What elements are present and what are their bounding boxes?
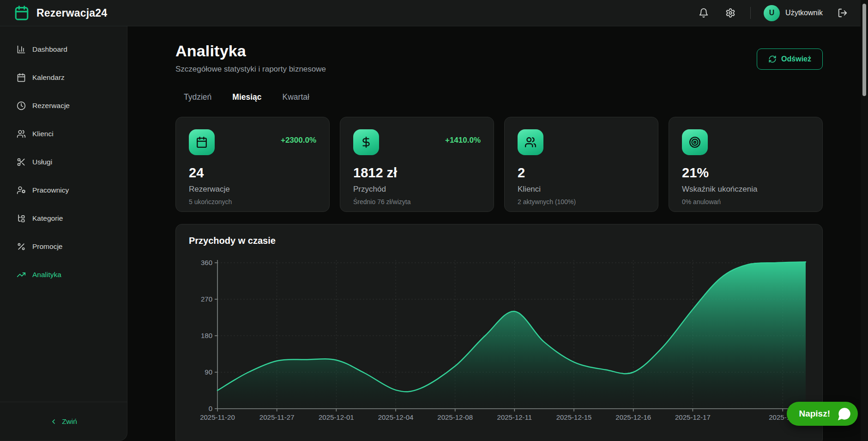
- folder-tree-icon: [17, 214, 26, 223]
- svg-text:2025-11-20: 2025-11-20: [200, 413, 235, 421]
- stat-label: Rezerwacje: [189, 185, 316, 194]
- sidebar-item-label: Pracownicy: [32, 186, 69, 194]
- stat-card-wskaznik: 21% Wskaźnik ukończenia 0% anulowań: [669, 117, 823, 212]
- sidebar-footer: Zwiń: [0, 402, 127, 441]
- gear-icon: [725, 8, 735, 18]
- main-content: Analityka Szczegółowe statystyki i rapor…: [127, 26, 868, 441]
- scissors-icon: [17, 157, 26, 167]
- collapse-label: Zwiń: [62, 417, 77, 426]
- app-header: Rezerwacja24 U Użytkownik: [0, 0, 868, 26]
- dollar-icon: [353, 129, 379, 155]
- revenue-area-chart: 0901802703602025-11-202025-11-272025-12-…: [189, 254, 809, 425]
- app-logo-calendar-icon: [14, 5, 30, 21]
- stat-label: Klienci: [518, 185, 645, 194]
- trending-up-icon: [17, 270, 26, 279]
- user-menu[interactable]: U Użytkownik: [764, 5, 823, 21]
- sidebar: Dashboard Kalendarz Rezerwacje Klienci U…: [0, 26, 127, 441]
- refresh-label: Odśwież: [781, 55, 811, 63]
- sidebar-item-label: Kategorie: [32, 214, 63, 223]
- sidebar-item-analityka[interactable]: Analityka: [10, 265, 117, 285]
- svg-text:90: 90: [205, 368, 212, 376]
- sidebar-item-label: Kalendarz: [32, 73, 65, 82]
- stat-sub: 0% anulowań: [682, 198, 809, 205]
- sidebar-item-rezerwacje[interactable]: Rezerwacje: [10, 96, 117, 116]
- chevron-left-icon: [50, 418, 57, 425]
- sidebar-nav: Dashboard Kalendarz Rezerwacje Klienci U…: [0, 26, 127, 285]
- calendar-icon: [17, 73, 26, 82]
- page-title: Analityka: [175, 42, 326, 60]
- header-divider: [750, 7, 751, 19]
- chat-bubble-icon: [837, 406, 852, 422]
- sidebar-item-label: Promocje: [32, 242, 62, 251]
- sidebar-item-label: Usługi: [32, 158, 52, 166]
- brand: Rezerwacja24: [14, 5, 107, 21]
- users-icon: [518, 129, 543, 155]
- stat-sub: 2 aktywnych (100%): [518, 198, 645, 205]
- scrollbar: [861, 0, 868, 441]
- stat-value: 1812 zł: [353, 165, 481, 181]
- user-cog-icon: [17, 186, 26, 195]
- percent-icon: [17, 242, 26, 251]
- sidebar-item-promocje[interactable]: Promocje: [10, 236, 117, 257]
- svg-text:2025-12-11: 2025-12-11: [497, 413, 532, 421]
- stat-sub: Średnio 76 zł/wizyta: [353, 198, 481, 205]
- sidebar-item-label: Analityka: [32, 271, 61, 279]
- chart-title: Przychody w czasie: [189, 236, 809, 246]
- scrollbar-thumb[interactable]: [862, 4, 866, 96]
- logout-icon: [838, 8, 848, 18]
- svg-text:2025-11-27: 2025-11-27: [259, 413, 295, 421]
- period-tabs: Tydzień Miesiąc Kwartał: [176, 90, 823, 105]
- refresh-button[interactable]: Odśwież: [757, 48, 823, 70]
- user-name: Użytkownik: [785, 9, 823, 17]
- clock-icon: [17, 101, 26, 110]
- tab-tydzien[interactable]: Tydzień: [176, 90, 219, 105]
- app-title: Rezerwacja24: [36, 7, 107, 19]
- svg-text:270: 270: [201, 295, 212, 303]
- svg-text:2025-12-04: 2025-12-04: [378, 413, 414, 421]
- svg-text:2025-12-16: 2025-12-16: [615, 413, 651, 421]
- settings-button[interactable]: [723, 6, 737, 20]
- sidebar-item-kategorie[interactable]: Kategorie: [10, 208, 117, 229]
- tab-kwartal[interactable]: Kwartał: [275, 90, 317, 105]
- sidebar-item-uslugi[interactable]: Usługi: [10, 152, 117, 172]
- stat-value: 24: [189, 165, 316, 181]
- stat-card-klienci: 2 Klienci 2 aktywnych (100%): [504, 117, 658, 212]
- target-icon: [682, 129, 708, 155]
- sidebar-item-label: Dashboard: [32, 45, 67, 54]
- stat-sub: 5 ukończonych: [189, 198, 316, 205]
- stat-badge: +2300.0%: [281, 136, 316, 145]
- svg-text:2025-12-17: 2025-12-17: [675, 413, 711, 421]
- stat-card-przychod: +1410.0% 1812 zł Przychód Średnio 76 zł/…: [340, 117, 494, 212]
- stat-value: 2: [518, 165, 645, 181]
- avatar: U: [764, 5, 780, 21]
- svg-text:0: 0: [209, 405, 212, 412]
- stat-label: Przychód: [353, 185, 481, 194]
- svg-text:180: 180: [201, 332, 212, 339]
- bar-chart-icon: [17, 45, 26, 54]
- page-subtitle: Szczegółowe statystyki i raporty bizneso…: [175, 65, 326, 74]
- chat-widget-button[interactable]: Napisz!: [787, 402, 858, 426]
- sidebar-item-klienci[interactable]: Klienci: [10, 124, 117, 144]
- notifications-button[interactable]: [697, 6, 711, 20]
- logout-button[interactable]: [836, 6, 850, 20]
- collapse-sidebar-button[interactable]: Zwiń: [50, 417, 77, 426]
- sidebar-item-label: Klienci: [32, 130, 54, 138]
- revenue-chart-card: Przychody w czasie 0901802703602025-11-2…: [175, 224, 823, 441]
- chat-widget-label: Napisz!: [799, 409, 830, 419]
- sidebar-item-kalendarz[interactable]: Kalendarz: [10, 67, 117, 88]
- users-icon: [17, 129, 26, 139]
- tab-miesiac[interactable]: Miesiąc: [225, 90, 269, 105]
- calendar-icon: [189, 129, 215, 155]
- refresh-icon: [768, 55, 777, 63]
- svg-text:360: 360: [201, 259, 212, 266]
- svg-text:2025-12-08: 2025-12-08: [437, 413, 473, 421]
- sidebar-item-label: Rezerwacje: [32, 102, 70, 110]
- sidebar-item-dashboard[interactable]: Dashboard: [10, 39, 117, 60]
- stat-card-rezerwacje: +2300.0% 24 Rezerwacje 5 ukończonych: [175, 117, 330, 212]
- stat-value: 21%: [682, 165, 809, 181]
- bell-icon: [699, 8, 709, 18]
- stat-badge: +1410.0%: [445, 136, 481, 145]
- sidebar-item-pracownicy[interactable]: Pracownicy: [10, 180, 117, 200]
- stat-label: Wskaźnik ukończenia: [682, 185, 809, 194]
- stat-cards: +2300.0% 24 Rezerwacje 5 ukończonych +14…: [175, 117, 823, 212]
